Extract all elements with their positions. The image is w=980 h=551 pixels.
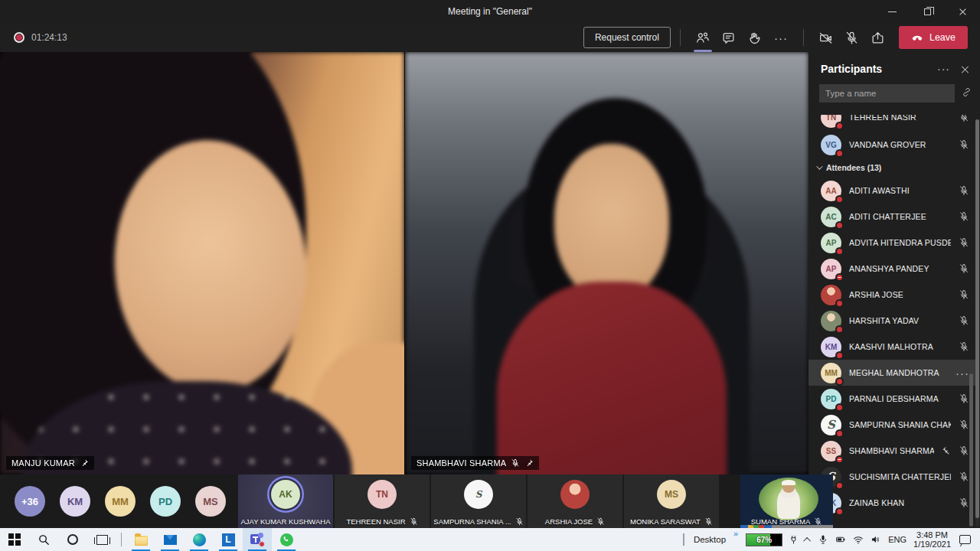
toolbar-overflow-chevron[interactable]: » (733, 529, 738, 538)
pin-icon (80, 458, 89, 468)
mic-off-icon[interactable] (959, 139, 969, 150)
participant-row[interactable]: KM KAASHVI MALHOTRA (808, 334, 975, 360)
mic-off-icon[interactable] (959, 393, 969, 404)
row-more-button[interactable]: ··· (956, 367, 969, 380)
participant-row[interactable]: TN TEHREEN NASIR (808, 115, 975, 130)
filmstrip-avatar[interactable]: MM (105, 486, 136, 517)
avatar-photo (560, 480, 590, 509)
participant-row[interactable]: S SUCHISMITA CHATTERJEE (808, 464, 975, 490)
leave-button[interactable]: Leave (899, 26, 968, 49)
mic-off-icon[interactable] (959, 471, 969, 482)
filmstrip-tile[interactable]: ARSHIA JOSE (528, 474, 622, 528)
teams-app-button[interactable] (243, 528, 272, 551)
edge-browser-button[interactable] (185, 528, 214, 551)
chat-toggle-button[interactable] (716, 26, 742, 49)
raise-hand-button[interactable] (742, 26, 768, 49)
mic-off-icon[interactable] (959, 497, 969, 508)
cortana-button[interactable] (58, 528, 87, 551)
l-app-icon: L (222, 533, 235, 546)
filmstrip-tile-video[interactable]: SUMAN SHARMA (740, 474, 833, 528)
scrollbar-thumb[interactable] (975, 119, 979, 518)
request-control-button[interactable]: Request control (583, 27, 671, 48)
action-center-button[interactable] (959, 535, 971, 544)
presence-badge (835, 122, 844, 130)
mic-off-icon[interactable] (959, 289, 969, 300)
mic-off-icon[interactable] (959, 419, 969, 430)
tray-mic-icon[interactable] (818, 534, 828, 545)
list-scrollbar-thumb[interactable] (969, 373, 973, 527)
overflow-count-avatar[interactable]: +36 (15, 486, 45, 517)
participant-row[interactable]: AP ADVITA HITENDRA PUSDE... (808, 230, 975, 256)
mic-off-icon[interactable] (959, 341, 969, 352)
whatsapp-button[interactable] (272, 528, 301, 551)
avatar-logo: S (464, 480, 493, 509)
chevron-down-icon (816, 163, 822, 169)
battery-meter-widget[interactable]: 67% (746, 533, 782, 546)
recording-indicator: 01:24:13 (14, 32, 67, 43)
participant-row[interactable]: HARSHITA YADAV (808, 308, 975, 334)
participant-row[interactable]: VG VANDANA GROVER (808, 132, 975, 158)
camera-toggle-button[interactable] (813, 26, 839, 49)
mic-off-icon[interactable] (959, 211, 969, 222)
participant-row-hovered[interactable]: MM MEGHAL MANDHOTRA ··· (808, 360, 975, 386)
participant-row[interactable]: PD PARNALI DEBSHARMA (808, 386, 975, 412)
mail-app-button[interactable] (155, 528, 185, 551)
participant-search-input[interactable] (819, 84, 955, 103)
participant-row[interactable]: ARSHIA JOSE (808, 282, 975, 308)
filmstrip-tile[interactable]: TN TEHREEN NASIR (335, 474, 430, 528)
window-titlebar[interactable]: Meeting in "General" (0, 0, 980, 23)
panel-close-button[interactable] (961, 65, 969, 73)
mic-off-icon (511, 458, 520, 468)
l-app-button[interactable]: L (214, 528, 243, 551)
attendees-section-header[interactable]: Attendees (13) (808, 158, 975, 178)
taskbar-search-button[interactable] (29, 528, 58, 551)
taskbar-clock[interactable]: 3:48 PM 1/19/2021 (913, 530, 951, 549)
mic-off-icon[interactable] (959, 315, 969, 326)
mic-off-icon[interactable] (959, 263, 969, 274)
participant-row-clipped: TN TEHREEN NASIR (808, 115, 975, 132)
panel-scrollbar[interactable] (975, 119, 979, 527)
minimize-button[interactable] (874, 0, 910, 23)
presence-badge (835, 403, 844, 412)
mic-off-icon[interactable] (959, 237, 969, 248)
tray-battery-icon[interactable] (835, 534, 846, 545)
restore-button[interactable] (910, 0, 945, 23)
copy-invite-link-button[interactable] (961, 86, 972, 101)
desktop-toolbar-label[interactable]: Desktop (694, 535, 726, 544)
mic-off-icon[interactable] (959, 445, 969, 456)
filmstrip-tile-speaking[interactable]: AK AJAY KUMAR KUSHWAHA (238, 474, 333, 528)
file-explorer-button[interactable] (126, 528, 155, 551)
filmstrip-avatar[interactable]: KM (60, 486, 90, 517)
filmstrip-tile[interactable]: MS MONIKA SARASWAT (624, 474, 719, 528)
tray-expand-chevron[interactable] (803, 536, 811, 544)
task-view-button[interactable] (87, 528, 116, 551)
language-indicator[interactable]: ENG (888, 535, 906, 544)
tray-wifi-icon[interactable] (853, 534, 864, 545)
filmstrip-tile[interactable]: S SAMPURNA SHANIA ... (431, 474, 526, 528)
mic-off-icon[interactable] (959, 115, 969, 122)
participant-row[interactable]: ZK ZAINAB KHAN (808, 490, 975, 516)
filmstrip-avatar[interactable]: PD (150, 486, 181, 517)
participants-toggle-button[interactable] (690, 26, 716, 49)
participant-row[interactable]: AC ADITI CHATTERJEE (808, 204, 975, 230)
video-tile-manju-kumar[interactable]: MANJU KUMAR (0, 52, 404, 474)
close-button[interactable] (945, 0, 980, 23)
panel-more-button[interactable]: ··· (937, 63, 950, 75)
participant-row[interactable]: AA ADITI AWASTHI (808, 178, 975, 204)
mic-off-icon[interactable] (959, 185, 969, 196)
start-button[interactable] (0, 528, 29, 551)
more-actions-button[interactable]: ··· (768, 26, 794, 49)
mic-toggle-button[interactable] (839, 26, 865, 49)
share-screen-button[interactable] (865, 26, 891, 49)
participant-row[interactable]: AP− ANANSHYA PANDEY (808, 256, 975, 282)
participant-row[interactable]: SS− SHAMBHAVI SHARMA (808, 438, 975, 464)
edge-icon (193, 533, 206, 546)
video-tile-shambhavi-sharma[interactable]: SHAMBHAVI SHARMA (405, 52, 808, 474)
pin-icon[interactable] (942, 445, 952, 456)
participant-row[interactable]: S SAMPURNA SHANIA CHAK... (808, 412, 975, 438)
tray-volume-icon[interactable] (871, 534, 881, 545)
avatar-logo: S (821, 415, 841, 435)
power-plug-icon[interactable] (789, 535, 799, 545)
toolbar-grip[interactable] (683, 533, 684, 546)
filmstrip-avatar[interactable]: MS (195, 486, 226, 517)
